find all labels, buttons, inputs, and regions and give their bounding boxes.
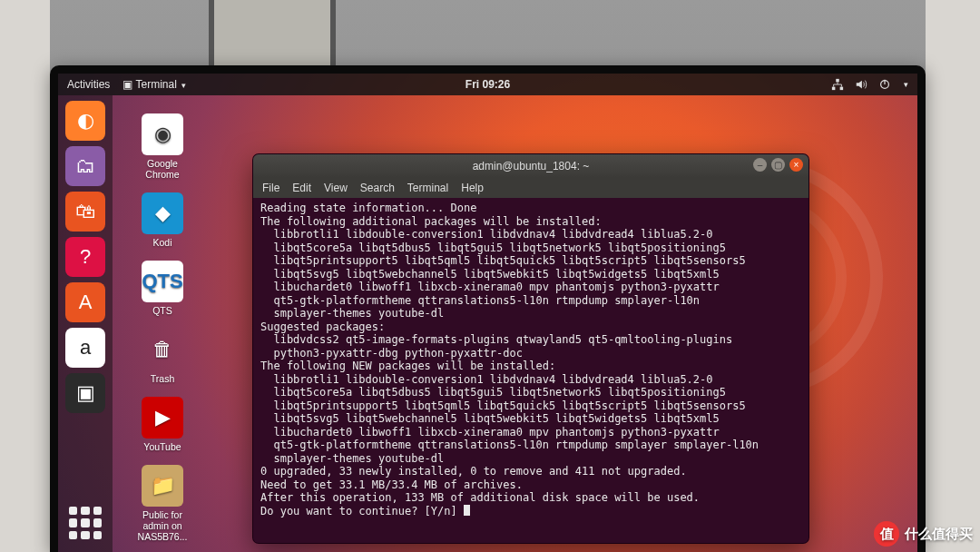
desktop-icon-trash[interactable]: 🗑 Trash xyxy=(123,329,201,384)
window-close-button[interactable]: × xyxy=(789,158,803,172)
menu-search[interactable]: Search xyxy=(360,182,395,194)
terminal-output[interactable]: Reading state information... Done The fo… xyxy=(253,198,808,543)
desktop-icon-chrome[interactable]: ◉ Google Chrome xyxy=(123,113,201,180)
app-menu[interactable]: ▣ Terminal ▾ xyxy=(122,78,186,91)
chevron-down-icon: ▾ xyxy=(181,81,186,90)
watermark: 值 什么值得买 xyxy=(874,521,973,547)
watermark-badge-icon: 值 xyxy=(874,521,899,547)
dock-help[interactable]: ? xyxy=(65,237,105,277)
icon-label: Public for admin on NAS5B76... xyxy=(138,509,188,542)
window-minimize-button[interactable]: – xyxy=(753,158,767,172)
show-applications-button[interactable] xyxy=(69,507,102,539)
menu-help[interactable]: Help xyxy=(461,182,484,194)
wall-left xyxy=(0,0,50,552)
desktop-icon-youtube[interactable]: ▶ YouTube xyxy=(123,397,201,452)
monitor-bezel: Activities ▣ Terminal ▾ Fri 09:26 ▾ xyxy=(50,65,926,552)
desktop-icons: ◉ Google Chrome ◆ Kodi QTS QTS 🗑 Trash ▶ xyxy=(123,113,201,542)
ubuntu-dock: ◐ 🗂 🛍 ? A a ▣ xyxy=(58,95,113,552)
trash-icon: 🗑 xyxy=(142,329,183,370)
activities-button[interactable]: Activities xyxy=(67,78,110,91)
terminal-window[interactable]: admin@ubuntu_1804: ~ – ▢ × File Edit Vie… xyxy=(252,153,809,544)
desktop-icon-nas-folder[interactable]: 📁 Public for admin on NAS5B76... xyxy=(123,465,201,542)
icon-label: QTS xyxy=(152,305,172,316)
svg-rect-1 xyxy=(832,87,836,91)
desktop-icon-qts[interactable]: QTS QTS xyxy=(123,261,201,316)
icon-label: Trash xyxy=(151,373,174,384)
photo-background: Activities ▣ Terminal ▾ Fri 09:26 ▾ xyxy=(0,0,980,552)
svg-rect-4 xyxy=(884,80,885,84)
window-maximize-button[interactable]: ▢ xyxy=(771,158,785,172)
menu-terminal[interactable]: Terminal xyxy=(407,182,448,194)
app-menu-label: Terminal xyxy=(135,78,176,91)
terminal-menubar: File Edit View Search Terminal Help xyxy=(253,178,808,198)
youtube-icon: ▶ xyxy=(142,397,183,439)
door-frame xyxy=(209,0,336,73)
svg-rect-0 xyxy=(836,79,839,83)
chrome-icon: ◉ xyxy=(142,113,183,155)
icon-label: Google Chrome xyxy=(145,158,179,180)
power-icon[interactable] xyxy=(878,78,891,91)
gnome-topbar: Activities ▣ Terminal ▾ Fri 09:26 ▾ xyxy=(58,74,917,95)
menu-edit[interactable]: Edit xyxy=(292,182,311,194)
dock-firefox[interactable]: ◐ xyxy=(65,101,105,141)
desktop-icon-kodi[interactable]: ◆ Kodi xyxy=(123,192,201,248)
dock-software[interactable]: 🛍 xyxy=(65,192,105,232)
window-title: admin@ubuntu_1804: ~ xyxy=(473,160,590,172)
kodi-icon: ◆ xyxy=(142,192,183,234)
folder-icon: 📁 xyxy=(142,465,183,507)
svg-rect-2 xyxy=(840,87,844,91)
terminal-icon: ▣ xyxy=(122,78,132,91)
watermark-text: 什么值得买 xyxy=(905,526,973,543)
chevron-down-icon: ▾ xyxy=(904,80,908,89)
window-titlebar[interactable]: admin@ubuntu_1804: ~ – ▢ × xyxy=(253,154,808,178)
dock-terminal[interactable]: ▣ xyxy=(65,373,105,413)
ubuntu-desktop[interactable]: Activities ▣ Terminal ▾ Fri 09:26 ▾ xyxy=(58,74,917,552)
qts-icon: QTS xyxy=(142,261,183,302)
dock-amazon[interactable]: a xyxy=(65,328,105,368)
menu-file[interactable]: File xyxy=(262,182,279,194)
volume-icon[interactable] xyxy=(855,78,867,91)
icon-label: YouTube xyxy=(143,441,181,452)
clock[interactable]: Fri 09:26 xyxy=(466,78,510,91)
wall-right xyxy=(926,0,980,552)
cursor xyxy=(464,505,470,516)
dock-files[interactable]: 🗂 xyxy=(65,146,105,186)
icon-label: Kodi xyxy=(152,237,172,248)
dock-ubuntu-soft[interactable]: A xyxy=(65,282,105,322)
network-icon[interactable] xyxy=(831,78,844,91)
menu-view[interactable]: View xyxy=(324,182,348,194)
